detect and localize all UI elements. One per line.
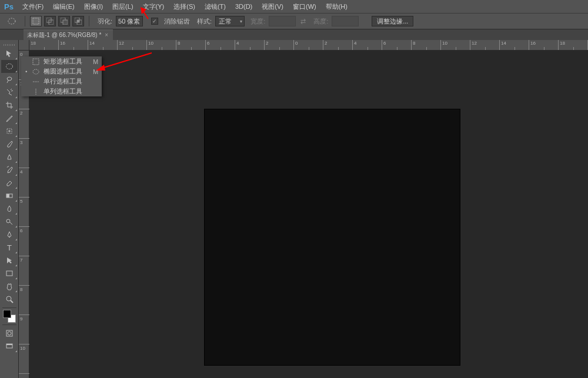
zoom-tool[interactable] <box>1 293 18 306</box>
ruler-tick: 18 <box>559 40 588 51</box>
type-tool[interactable]: T <box>1 241 18 254</box>
selection-intersect-button[interactable] <box>72 16 84 26</box>
ruler-tick: 2 <box>265 40 294 51</box>
separator <box>89 16 89 26</box>
svg-point-0 <box>8 18 15 24</box>
eyedropper-tool[interactable] <box>1 112 18 125</box>
toolbox-grip[interactable] <box>0 42 18 47</box>
style-dropdown[interactable]: 正常 <box>215 16 245 26</box>
height-input <box>332 16 359 26</box>
separator <box>25 16 25 26</box>
svg-rect-20 <box>6 344 12 345</box>
menu-view[interactable]: 视图(V) <box>257 0 288 13</box>
selection-subtract-button[interactable] <box>58 16 70 26</box>
svg-rect-15 <box>6 271 12 276</box>
menu-type[interactable]: 文字(Y) <box>138 0 169 13</box>
eraser-tool[interactable] <box>1 176 18 189</box>
ruler-tick: 4 <box>235 40 265 51</box>
ruler-tick: 14 <box>88 40 118 51</box>
quick-mask-tool[interactable] <box>1 327 18 340</box>
tool-icon <box>32 78 40 85</box>
tool-icon <box>32 58 40 65</box>
gradient-tool[interactable] <box>1 189 18 202</box>
blur-tool[interactable] <box>1 202 18 215</box>
horizontal-ruler[interactable]: 1816141210864202468101214161820222426283… <box>29 40 588 51</box>
toolbox: T <box>0 40 19 378</box>
menu-window[interactable]: 窗口(W) <box>288 0 321 13</box>
ruler-tick: 6 <box>206 40 235 51</box>
screen-mode-tool[interactable] <box>1 340 18 353</box>
current-tool-icon[interactable] <box>4 15 20 27</box>
flyout-shortcut: M <box>93 68 98 75</box>
path-selection-tool[interactable] <box>1 254 18 267</box>
menu-3d[interactable]: 3D(D) <box>230 0 257 13</box>
rectangle-tool[interactable] <box>1 267 18 280</box>
color-swatches[interactable] <box>3 310 16 323</box>
ruler-tick: 2 <box>323 40 353 51</box>
flyout-item[interactable]: ▪椭圆选框工具M <box>21 66 102 76</box>
close-tab-icon[interactable]: × <box>103 32 109 38</box>
quick-selection-tool[interactable] <box>1 86 18 99</box>
menu-filter[interactable]: 滤镜(T) <box>200 0 230 13</box>
ruler-tick: 10 <box>147 40 176 51</box>
ruler-tick: 6 <box>19 227 29 256</box>
selection-new-button[interactable] <box>30 16 42 26</box>
ruler-tick: 3 <box>19 139 29 168</box>
ruler-tick: 12 <box>470 40 500 51</box>
svg-point-16 <box>6 296 11 301</box>
options-bar: 羽化: ✓ 消除锯齿 样式: 正常 宽度: ⇄ 高度: 调整边缘... <box>0 13 588 29</box>
flyout-label: 单列选框工具 <box>44 87 95 96</box>
flyout-item[interactable]: 单行选框工具 <box>21 76 102 86</box>
ruler-tick: 5 <box>19 198 29 227</box>
marquee-tool[interactable] <box>1 60 18 73</box>
antialias-checkbox[interactable]: ✓ <box>151 18 158 25</box>
menu-help[interactable]: 帮助(H) <box>321 0 352 13</box>
ruler-corner[interactable] <box>19 40 29 51</box>
ruler-tick: 16 <box>59 40 88 51</box>
flyout-label: 矩形选框工具 <box>44 57 89 66</box>
clone-stamp-tool[interactable] <box>1 150 18 163</box>
ruler-tick: 8 <box>176 40 206 51</box>
menu-file[interactable]: 文件(F) <box>18 0 48 13</box>
lasso-tool[interactable] <box>1 73 18 86</box>
foreground-color-icon[interactable] <box>3 310 11 318</box>
svg-point-18 <box>8 332 11 335</box>
document-tab-title: 未标题-1 @ 66.7%(RGB/8) * <box>27 31 101 39</box>
healing-brush-tool[interactable] <box>1 125 18 138</box>
canvas[interactable] <box>205 109 460 365</box>
feather-input[interactable] <box>116 16 143 26</box>
refine-edge-button[interactable]: 调整边缘... <box>372 16 413 26</box>
vertical-ruler[interactable]: 012345678910 <box>19 51 29 378</box>
document-tab[interactable]: 未标题-1 @ 66.7%(RGB/8) * × <box>24 29 113 40</box>
ruler-tick: 8 <box>19 286 29 315</box>
brush-tool[interactable] <box>1 138 18 150</box>
selection-add-button[interactable] <box>44 16 56 26</box>
flyout-label: 椭圆选框工具 <box>44 67 89 76</box>
menu-select[interactable]: 选择(S) <box>169 0 200 13</box>
menu-edit[interactable]: 编辑(E) <box>48 0 79 13</box>
ruler-tick: 8 <box>412 40 441 51</box>
hand-tool[interactable] <box>1 280 18 293</box>
width-label: 宽度: <box>247 17 266 26</box>
move-tool[interactable] <box>1 47 18 60</box>
crop-tool[interactable] <box>1 99 18 112</box>
ruler-tick: 9 <box>19 315 29 344</box>
ruler-tick: 6 <box>382 40 412 51</box>
flyout-item[interactable]: 矩形选框工具M <box>21 56 102 66</box>
svg-text:T: T <box>7 243 12 252</box>
ruler-tick: 7 <box>19 256 29 286</box>
svg-rect-5 <box>63 20 68 25</box>
menu-image[interactable]: 图像(I) <box>79 0 108 13</box>
tool-separator <box>2 325 16 325</box>
menu-layer[interactable]: 图层(L) <box>108 0 138 13</box>
dodge-tool[interactable] <box>1 215 18 228</box>
app-logo: Ps <box>0 0 18 13</box>
flyout-item[interactable]: 单列选框工具 <box>21 86 102 96</box>
history-brush-tool[interactable] <box>1 163 18 176</box>
svg-rect-21 <box>33 59 39 65</box>
canvas-viewport[interactable] <box>29 51 588 378</box>
svg-rect-12 <box>6 194 9 198</box>
pen-tool[interactable] <box>1 228 18 241</box>
tool-icon <box>32 88 40 95</box>
antialias-label: 消除锯齿 <box>161 17 191 26</box>
